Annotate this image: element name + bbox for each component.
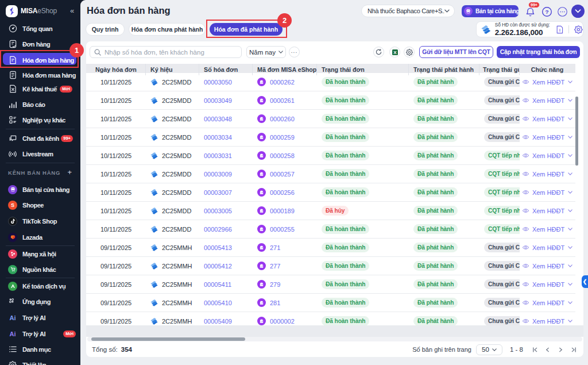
svg-text:?: ? [545, 9, 548, 15]
svg-text:i: i [559, 28, 560, 32]
svg-text:X: X [393, 50, 397, 55]
